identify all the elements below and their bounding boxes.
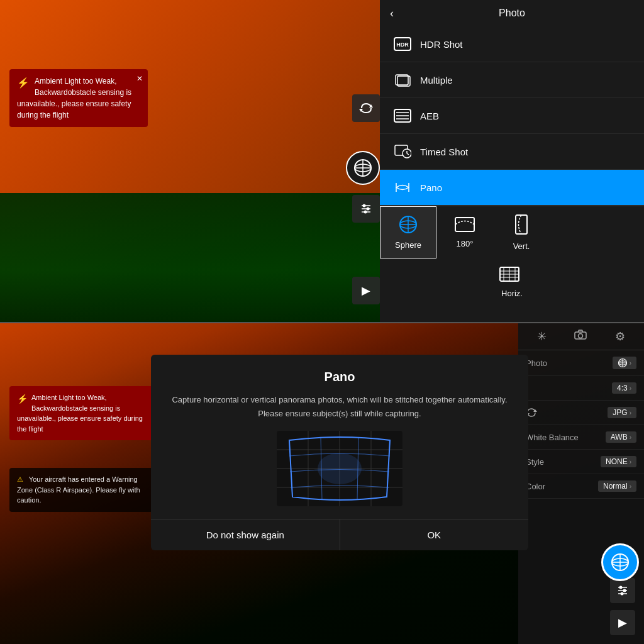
color-badge[interactable]: Pano Normal › — [598, 480, 636, 492]
sliders-btn-bottom[interactable] — [610, 578, 635, 603]
svg-point-56 — [621, 592, 624, 596]
camera-icon[interactable] — [574, 330, 587, 343]
svg-point-52 — [619, 586, 623, 589]
color-label: Color — [526, 482, 545, 491]
chevron-wb: › — [630, 434, 631, 441]
pano-label: Pano — [420, 182, 442, 193]
ratio-value: 4:3 — [617, 384, 628, 392]
style-label: Style — [526, 457, 544, 467]
photo-label: Photo — [526, 358, 547, 368]
timed-icon — [392, 142, 413, 162]
sub-option-vert[interactable]: Vert. — [493, 206, 550, 258]
menu-item-multiple[interactable]: Multiple — [380, 62, 644, 98]
play-btn-bottom[interactable]: ▶ — [610, 610, 635, 635]
horiz-label: Horiz. — [501, 289, 523, 298]
close-warning-top[interactable]: ✕ — [136, 73, 143, 84]
modal-title: Pano — [166, 370, 513, 384]
pano-modal: Pano Capture horizontal or vertical pano… — [151, 355, 528, 550]
menu-item-timed[interactable]: Timed Shot — [380, 134, 644, 170]
pano-icon — [392, 177, 413, 197]
svg-point-34 — [363, 204, 366, 208]
settings-row-format[interactable]: JPG › — [518, 401, 644, 425]
play-btn-top[interactable]: ▶ — [352, 277, 380, 304]
flip-camera-btn[interactable] — [352, 94, 380, 122]
globe-btn-large[interactable] — [601, 543, 639, 581]
bottom-half: ⚡ Ambient Light too Weak, Backwardobstac… — [0, 322, 644, 644]
warning-toast-bottom-yellow: ⚠ Your aircraft has entered a Warning Zo… — [9, 468, 154, 512]
settings-row-color[interactable]: Color Pano Normal › — [518, 474, 644, 499]
menu-item-aeb[interactable]: AEB — [380, 98, 644, 134]
panel-header: ‹ Photo — [380, 0, 644, 26]
svg-text:HDR: HDR — [396, 42, 409, 48]
label-180: 180° — [457, 239, 474, 248]
style-value: NONE — [606, 457, 628, 466]
sub-option-180[interactable]: 180° — [436, 206, 493, 258]
sub-option-sphere[interactable]: Sphere — [380, 206, 436, 258]
aeb-label: AEB — [420, 111, 439, 121]
svg-point-40 — [579, 334, 583, 338]
menu-item-pano[interactable]: Pano — [380, 170, 644, 206]
vert-label: Vert. — [513, 242, 530, 251]
wb-label: White Balance — [526, 433, 579, 442]
timed-label: Timed Shot — [420, 147, 468, 157]
svg-rect-19 — [516, 215, 527, 234]
sphere-label: Sphere — [395, 240, 421, 250]
warning-icon: ⚡ — [17, 75, 30, 91]
chevron-style: › — [630, 458, 631, 465]
settings-row-photo[interactable]: Photo › — [518, 350, 644, 376]
multiple-label: Multiple — [420, 75, 453, 86]
right-panel-bottom: ✳ ⚙ Photo › — [518, 323, 644, 644]
sliders-btn-top[interactable] — [352, 195, 380, 223]
back-button[interactable]: ‹ — [390, 7, 394, 20]
hdr-label: HDR Shot — [420, 39, 463, 50]
ratio-badge[interactable]: 4:3 › — [612, 382, 636, 394]
globe-badge[interactable]: › — [613, 357, 636, 369]
format-badge[interactable]: JPG › — [608, 407, 636, 418]
style-badge[interactable]: NONE › — [601, 456, 636, 467]
settings-row-style[interactable]: Style NONE › — [518, 450, 644, 474]
settings-row-ratio[interactable]: 4:3 › — [518, 376, 644, 401]
wb-value: AWB — [611, 433, 628, 441]
svg-point-54 — [623, 589, 626, 592]
top-half: ⚡ Ambient Light too Weak, Backwardobstac… — [0, 0, 644, 322]
pano-sub-options: Sphere 180° Vert. — [380, 206, 644, 306]
gear-icon[interactable]: ⚙ — [615, 330, 625, 343]
icon-180 — [454, 216, 475, 236]
modal-body: Capture horizontal or vertical panorama … — [166, 393, 513, 421]
pano-illustration-container — [166, 431, 513, 506]
horiz-icon — [499, 266, 520, 286]
multiple-icon — [392, 70, 413, 90]
vert-icon — [514, 214, 528, 239]
warning-toast-bottom-red: ⚡ Ambient Light too Weak, Backwardobstac… — [9, 386, 154, 440]
sub-option-horiz[interactable]: Horiz. — [380, 258, 644, 306]
dismiss-button[interactable]: Do not show again — [151, 519, 340, 550]
globe-button-top[interactable] — [346, 151, 380, 185]
right-panel-top: ‹ Photo HDR HDR Shot Multiple — [380, 0, 644, 322]
color-value-text: Normal — [603, 482, 628, 491]
warning-toast-top: ⚡ Ambient Light too Weak, Backwardobstac… — [9, 69, 148, 127]
format-value: JPG — [613, 408, 627, 417]
modal-buttons: Do not show again OK — [151, 519, 528, 550]
panel-title: Photo — [499, 8, 525, 19]
wb-badge[interactable]: AWB › — [606, 431, 636, 443]
aeb-icon — [392, 106, 413, 126]
burst-icon[interactable]: ✳ — [537, 330, 547, 343]
ok-button[interactable]: OK — [340, 519, 529, 550]
warning-text-top: Ambient Light too Weak, Backwardobstacle… — [17, 77, 131, 119]
yellow-warning-text: Your aircraft has entered a Warning Zone… — [17, 475, 140, 504]
chevron-format: › — [630, 409, 631, 416]
chevron-color: › — [630, 483, 631, 490]
red-warning-text: Ambient Light too Weak, Backwardobstacle… — [17, 394, 143, 433]
chevron-photo: › — [630, 360, 631, 367]
red-warning-icon: ⚡ — [17, 392, 28, 406]
top-icons-row: ✳ ⚙ — [518, 323, 644, 350]
pano-svg — [277, 431, 402, 506]
svg-point-36 — [367, 208, 370, 211]
hdr-icon: HDR — [392, 34, 413, 54]
settings-row-wb[interactable]: White Balance AWB › — [518, 425, 644, 450]
svg-rect-18 — [455, 218, 474, 231]
chevron-ratio: › — [630, 385, 631, 392]
yellow-warning-icon: ⚠ — [17, 475, 23, 483]
svg-point-38 — [364, 211, 367, 214]
menu-item-hdr[interactable]: HDR HDR Shot — [380, 26, 644, 62]
